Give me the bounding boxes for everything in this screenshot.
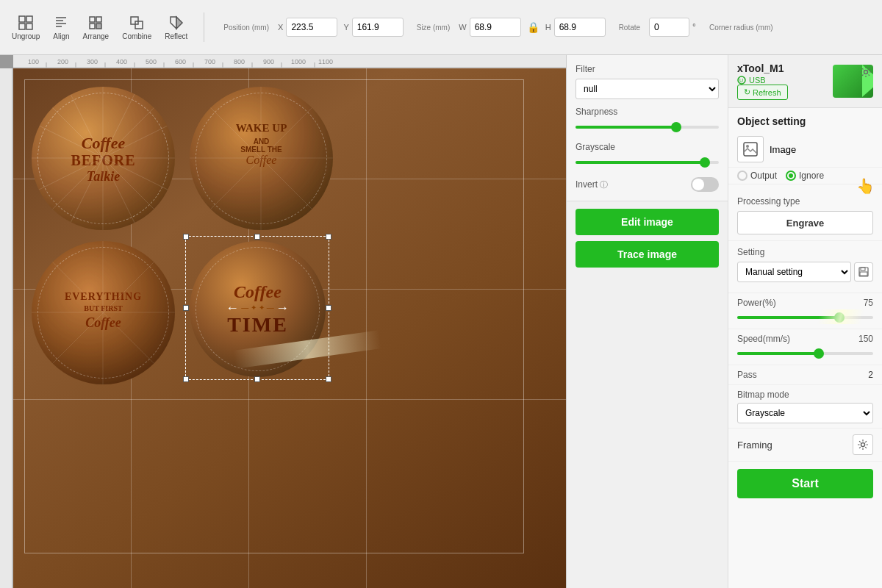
size-section-label: Size (mm) bbox=[417, 24, 451, 32]
connection-label: USB bbox=[749, 76, 766, 85]
usb-badge: U USB bbox=[737, 76, 788, 85]
h-field-group: H bbox=[545, 18, 606, 37]
rotate-input[interactable] bbox=[649, 18, 689, 37]
filter-label: Filter bbox=[576, 64, 719, 74]
svg-text:U: U bbox=[739, 78, 743, 83]
object-setting-title: Object setting bbox=[728, 108, 882, 132]
refresh-button[interactable]: ↻ Refresh bbox=[737, 85, 788, 100]
log-2: WAKE UP AND SMELL THE Coffee bbox=[190, 87, 333, 230]
framing-gear-button[interactable] bbox=[853, 434, 873, 455]
svg-rect-13 bbox=[135, 21, 143, 29]
object-panel: xTool_M1 U USB ↻ Refresh Objec bbox=[728, 55, 882, 588]
h-input[interactable] bbox=[554, 18, 606, 37]
rotate-section-label: Rotate bbox=[619, 24, 640, 32]
svg-rect-2 bbox=[19, 24, 25, 29]
pass-value: 2 bbox=[868, 370, 873, 380]
ignore-radio[interactable]: Ignore bbox=[786, 171, 824, 181]
align-button[interactable]: Align bbox=[49, 12, 74, 43]
output-radio-circle[interactable] bbox=[737, 171, 747, 181]
save-setting-button[interactable] bbox=[854, 262, 873, 282]
svg-rect-9 bbox=[96, 17, 101, 22]
grayscale-slider[interactable] bbox=[576, 155, 719, 170]
y-input[interactable] bbox=[352, 18, 404, 37]
device-name: xTool_M1 bbox=[737, 62, 788, 74]
start-button[interactable]: Start bbox=[737, 469, 873, 498]
x-field-group: X bbox=[278, 18, 337, 37]
combine-button[interactable]: Combine bbox=[118, 12, 156, 43]
bitmap-label: Bitmap mode bbox=[737, 390, 873, 400]
svg-rect-1 bbox=[26, 16, 32, 22]
device-header: xTool_M1 U USB ↻ Refresh bbox=[728, 55, 882, 108]
corner-radius-section-label: Corner radius (mm) bbox=[709, 24, 773, 32]
cursor-pointer-icon: 👆 bbox=[856, 177, 875, 195]
engrave-button[interactable]: Engrave bbox=[737, 211, 873, 234]
image-icon bbox=[742, 141, 759, 157]
gear-icon bbox=[857, 439, 869, 451]
device-info: xTool_M1 U USB ↻ Refresh bbox=[737, 62, 788, 100]
manual-setting-select[interactable]: Manual setting bbox=[737, 262, 851, 282]
svg-point-57 bbox=[864, 71, 868, 74]
svg-text:700: 700 bbox=[204, 58, 215, 65]
processing-type-section: Processing type Engrave bbox=[728, 190, 882, 241]
usb-icon: U bbox=[737, 76, 746, 85]
power-slider[interactable] bbox=[737, 311, 873, 324]
speed-section: Speed(mm/s) 150 bbox=[728, 329, 882, 365]
framing-section: Framing bbox=[728, 429, 882, 462]
svg-text:800: 800 bbox=[234, 58, 245, 65]
power-section: Power(%) 75 bbox=[728, 293, 882, 329]
svg-rect-10 bbox=[90, 24, 95, 29]
lock-icon[interactable]: 🔒 bbox=[527, 21, 539, 33]
svg-text:100: 100 bbox=[28, 58, 39, 65]
w-input[interactable] bbox=[470, 18, 521, 37]
background-image: Coffee BEFORE Talkie bbox=[13, 68, 566, 588]
image-label: Image bbox=[770, 144, 796, 155]
toolbar-divider bbox=[204, 12, 204, 42]
grayscale-label: Grayscale bbox=[576, 142, 719, 152]
w-label: W bbox=[459, 23, 466, 32]
output-radio[interactable]: Output bbox=[737, 171, 777, 181]
setting-section: Setting Manual setting bbox=[728, 241, 882, 293]
toolbar: Ungroup Align Arrange Combine Reflect Po… bbox=[0, 0, 882, 55]
svg-text:300: 300 bbox=[87, 58, 98, 65]
trace-image-button[interactable]: Trace image bbox=[576, 241, 719, 268]
y-field-group: Y bbox=[343, 18, 403, 37]
svg-point-59 bbox=[746, 145, 749, 148]
power-value: 75 bbox=[864, 298, 873, 308]
svg-rect-58 bbox=[744, 143, 757, 156]
h-label: H bbox=[545, 23, 551, 32]
setting-label: Setting bbox=[737, 247, 873, 257]
invert-info-icon: ⓘ bbox=[600, 180, 608, 189]
rotate-field-group: ° bbox=[649, 18, 696, 37]
svg-rect-62 bbox=[860, 272, 867, 276]
invert-toggle[interactable] bbox=[691, 177, 719, 192]
canvas-wrapper: 100 200 300 400 500 600 700 800 900 1000 bbox=[0, 55, 566, 588]
canvas-background[interactable]: Coffee BEFORE Talkie bbox=[13, 68, 566, 588]
speed-slider[interactable] bbox=[737, 347, 873, 360]
svg-marker-15 bbox=[176, 17, 182, 29]
reflect-button[interactable]: Reflect bbox=[160, 12, 192, 43]
svg-text:400: 400 bbox=[116, 58, 127, 65]
arrange-button[interactable]: Arrange bbox=[79, 12, 114, 43]
filter-select[interactable]: null Sharpen Blur bbox=[576, 79, 719, 99]
edit-image-button[interactable]: Edit image bbox=[576, 209, 719, 235]
sharpness-slider[interactable] bbox=[576, 120, 719, 135]
svg-text:1100: 1100 bbox=[318, 58, 333, 65]
ruler-vertical bbox=[0, 68, 13, 588]
x-input[interactable] bbox=[286, 18, 337, 37]
invert-label-text: Invert bbox=[576, 179, 598, 190]
position-section-label: Position (mm) bbox=[223, 24, 269, 32]
bitmap-select[interactable]: Grayscale Threshold Dithering bbox=[737, 403, 873, 423]
y-label: Y bbox=[343, 23, 348, 32]
ungroup-button[interactable]: Ungroup bbox=[7, 12, 44, 43]
manual-setting-row: Manual setting bbox=[737, 262, 873, 282]
w-field-group: W bbox=[459, 18, 520, 37]
refresh-icon: ↻ bbox=[744, 87, 750, 97]
pass-label: Pass bbox=[737, 370, 757, 380]
settings-icon[interactable] bbox=[860, 66, 872, 80]
refresh-label: Refresh bbox=[753, 88, 781, 97]
grayscale-row: Grayscale bbox=[576, 142, 719, 170]
svg-rect-12 bbox=[131, 17, 138, 24]
output-label: Output bbox=[750, 171, 777, 181]
ignore-radio-circle[interactable] bbox=[786, 171, 796, 181]
main-area: 100 200 300 400 500 600 700 800 900 1000 bbox=[0, 55, 882, 588]
